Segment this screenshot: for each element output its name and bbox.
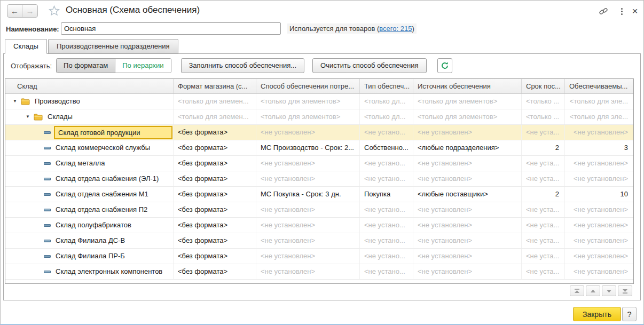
back-button[interactable]: ← [7, 5, 22, 17]
cell: <не уста... [522, 249, 565, 264]
forward-button[interactable]: → [22, 5, 37, 17]
view-mode-by-format[interactable]: По форматам [57, 59, 115, 73]
element-icon [44, 224, 51, 227]
cell: <только для элементов> [256, 94, 360, 109]
table-row[interactable]: Склад отдела снабжения (ЭЛ-1)<без формат… [5, 171, 633, 187]
fill-supply-method-button[interactable]: Заполнить способ обеспечения... [181, 58, 305, 73]
scroll-to-top-button[interactable] [570, 286, 584, 296]
cell: <не устано... [360, 171, 413, 186]
refresh-button[interactable] [437, 58, 452, 73]
cell: <не устано... [360, 156, 413, 171]
cell: <не установлен> [413, 171, 522, 186]
cell: <не уста... [522, 125, 565, 140]
get-link-icon[interactable] [598, 5, 609, 17]
clear-supply-method-button[interactable]: Очистить способ обеспечения [312, 58, 427, 73]
table-row[interactable]: Склад Филиала ДС-В<без формата><не устан… [5, 233, 633, 249]
help-button[interactable]: ? [622, 307, 637, 321]
cell: <только для эле... [565, 94, 633, 109]
cell: <не установлен> [565, 233, 633, 248]
element-icon [44, 147, 51, 149]
element-icon [44, 255, 51, 258]
cell: <только для эле... [565, 109, 633, 124]
close-button[interactable]: Закрыть [573, 307, 621, 321]
name-input[interactable] [61, 22, 281, 35]
cell: <без формата> [174, 202, 256, 217]
cell: <не установлен> [565, 156, 633, 171]
warehouse-name: Склад электронных компонентов [56, 264, 162, 279]
cell: <только ... [522, 109, 565, 124]
view-mode-by-hierarchy[interactable]: По иерархии [115, 59, 170, 73]
cell: <без формата> [174, 264, 256, 279]
table-row[interactable]: ▼Склады<только для элемен...<только для … [5, 109, 633, 125]
column-header-2[interactable]: Способ обеспечения потре... [256, 79, 360, 93]
cell: <не уста... [522, 171, 565, 186]
scroll-up-button[interactable] [586, 286, 600, 296]
column-header-5[interactable]: Срок пос... [522, 79, 565, 93]
column-header-6[interactable]: Обеспечиваемы... [565, 79, 633, 93]
cell: <любые подразделения> [413, 140, 522, 155]
scroll-down-button[interactable] [602, 286, 616, 296]
cell: <не установлен> [565, 171, 633, 186]
tab-bar: Склады Производственные подразделения [5, 39, 178, 54]
close-window-icon[interactable]: × [629, 5, 641, 17]
column-header-0[interactable]: Склад [5, 79, 174, 93]
cell: <не установлен> [565, 125, 633, 140]
table-row[interactable]: Склад металла<без формата><не установлен… [5, 156, 633, 171]
warehouse-name: Склад металла [56, 156, 105, 171]
table-row[interactable]: Склад полуфабрикатов<без формата><не уст… [5, 218, 633, 233]
tree-expander-icon[interactable]: ▼ [12, 94, 18, 109]
cell: <не уста... [522, 233, 565, 248]
cell: <не установлен> [256, 125, 360, 140]
cell: <не установлен> [256, 264, 360, 279]
cell: <только для элемен... [174, 109, 256, 124]
cell: <не установлен> [413, 249, 522, 264]
table-row[interactable]: Склад электронных компонентов<без формат… [5, 264, 633, 280]
more-menu-icon[interactable] [616, 5, 627, 17]
column-header-4[interactable]: Источник обеспечения [413, 79, 522, 93]
tree-expander-icon[interactable]: ▼ [25, 109, 31, 124]
cell: <без формата> [174, 171, 256, 186]
folder-icon [21, 98, 30, 105]
cell: <не установлен> [256, 233, 360, 248]
cell: <только ... [522, 94, 565, 109]
display-label: Отображать: [11, 62, 52, 70]
cell: <не устано... [360, 218, 413, 233]
cell: <без формата> [174, 140, 256, 155]
warehouse-name: Склады [48, 109, 73, 124]
usage-total-link[interactable]: всего: 215 [379, 25, 412, 33]
tab-warehouses[interactable]: Склады [5, 39, 47, 54]
tab-production-units[interactable]: Производственные подразделения [48, 39, 178, 54]
table-row[interactable]: Склад Филиала ПР-Б<без формата><не устан… [5, 249, 633, 264]
cell: <только для элементов> [413, 109, 522, 124]
cell: <не уста... [522, 202, 565, 217]
scroll-to-bottom-button[interactable] [618, 286, 632, 296]
element-icon [44, 271, 51, 273]
column-header-1[interactable]: Формат магазина (с... [174, 79, 256, 93]
cell: <не установлен> [565, 264, 633, 279]
table-row[interactable]: Склад отдела снабжения П2<без формата><н… [5, 202, 633, 218]
cell: 2 [522, 140, 565, 155]
cell: <не установлен> [413, 202, 522, 217]
cell: МС Покупка - Срок: 3 дн. [256, 187, 360, 202]
column-header-3[interactable]: Тип обеспеч... [360, 79, 413, 93]
history-nav: ← → [7, 4, 38, 18]
grid-toolbar: Отображать: По форматам По иерархии Запо… [11, 58, 452, 73]
cell: <только для элементов> [413, 94, 522, 109]
cell: <без формата> [174, 233, 256, 248]
cell: <не установлен> [565, 202, 633, 217]
table-row[interactable]: Склад готовой продукции<без формата><не … [5, 125, 633, 140]
table-row[interactable]: ▼Производство<только для элемен...<тольк… [5, 94, 633, 109]
cell: <только для элемен... [174, 94, 256, 109]
app-window: ← → Основная (Схема обеспечения) × Наиме… [0, 0, 644, 325]
table-row[interactable]: Склад отдела снабжения М1<без формата>МС… [5, 187, 633, 202]
name-field-label: Наименование: [6, 25, 59, 33]
table-row[interactable]: Склад коммерческой службы<без формата>МС… [5, 140, 633, 156]
cell: <без формата> [174, 156, 256, 171]
favorite-star-icon[interactable] [49, 5, 60, 16]
grid-body: ▼Производство<только для элемен...<тольк… [5, 94, 633, 280]
cell: 2 [522, 187, 565, 202]
cell: <не установлен> [413, 125, 522, 140]
cell: Собственно... [360, 140, 413, 155]
cell: <не устано... [360, 233, 413, 248]
element-icon [44, 193, 51, 196]
